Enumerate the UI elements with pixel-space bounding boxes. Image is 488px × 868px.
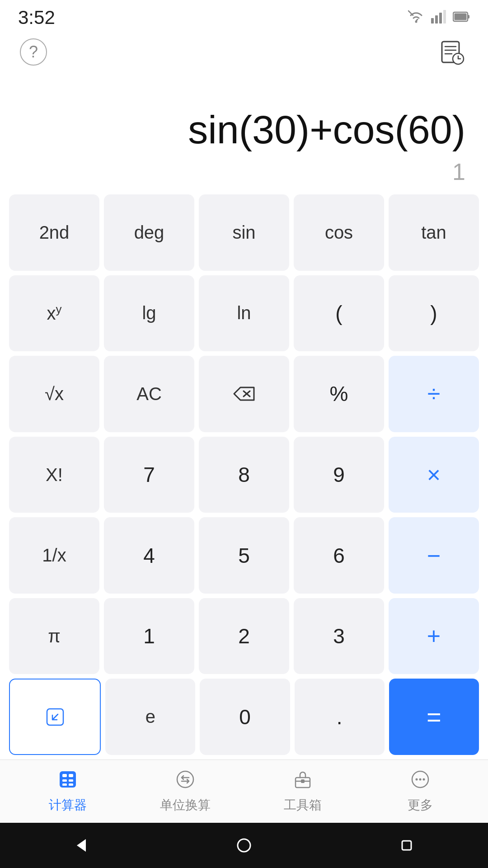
svg-point-32 <box>419 778 422 780</box>
key-row-2: xy lg ln ( ) <box>9 275 479 352</box>
euler-key[interactable]: e <box>105 679 195 755</box>
back-button[interactable] <box>68 832 95 859</box>
svg-point-0 <box>415 21 418 23</box>
two-key[interactable]: 2 <box>199 598 289 675</box>
home-button[interactable] <box>230 832 258 859</box>
percent-key[interactable]: % <box>294 356 384 432</box>
question-mark: ? <box>29 42 38 61</box>
svg-rect-3 <box>435 15 438 24</box>
sin-key[interactable]: sin <box>199 194 289 271</box>
result-display: 1 <box>452 158 465 185</box>
svg-rect-4 <box>439 13 442 24</box>
power-key[interactable]: xy <box>9 275 99 352</box>
multiply-key[interactable]: × <box>389 437 479 513</box>
nav-more-label: 更多 <box>408 797 433 814</box>
svg-rect-29 <box>301 779 305 783</box>
factorial-key[interactable]: X! <box>9 437 99 513</box>
svg-point-26 <box>177 771 193 788</box>
four-key[interactable]: 4 <box>104 517 194 594</box>
one-key[interactable]: 1 <box>104 598 194 675</box>
key-row-3: √x AC % ÷ <box>9 356 479 432</box>
ln-key[interactable]: ln <box>199 275 289 352</box>
svg-marker-34 <box>77 839 86 852</box>
key-row-6: π 1 2 3 + <box>9 598 479 675</box>
nav-toolbox[interactable]: 工具箱 <box>244 769 361 814</box>
add-key[interactable]: + <box>389 598 479 675</box>
svg-point-35 <box>238 839 250 852</box>
svg-rect-24 <box>62 783 67 786</box>
nav-convert[interactable]: 单位换算 <box>127 769 244 814</box>
expression-display: sin(30)+cos(60) <box>188 108 465 152</box>
more-nav-icon <box>410 769 430 794</box>
svg-rect-23 <box>69 779 73 782</box>
sqrt-key[interactable]: √x <box>9 356 99 432</box>
corner-key[interactable] <box>9 679 101 755</box>
nine-key[interactable]: 9 <box>294 437 384 513</box>
six-key[interactable]: 6 <box>294 517 384 594</box>
svg-rect-2 <box>431 18 434 24</box>
nav-convert-label: 单位换算 <box>160 797 211 814</box>
key-row-5: 1/x 4 5 6 − <box>9 517 479 594</box>
five-key[interactable]: 5 <box>199 517 289 594</box>
svg-rect-19 <box>60 771 76 788</box>
svg-rect-22 <box>62 779 67 782</box>
close-paren-key[interactable]: ) <box>389 275 479 352</box>
key-row-4: X! 7 8 9 × <box>9 437 479 513</box>
zero-key[interactable]: 0 <box>200 679 290 755</box>
corner-icon <box>45 707 65 727</box>
subtract-key[interactable]: − <box>389 517 479 594</box>
nav-more[interactable]: 更多 <box>361 769 479 814</box>
lg-key[interactable]: lg <box>104 275 194 352</box>
svg-point-33 <box>423 778 425 780</box>
divide-key[interactable]: ÷ <box>389 356 479 432</box>
svg-rect-36 <box>402 841 411 850</box>
system-nav-bar <box>0 823 488 868</box>
history-button[interactable] <box>436 36 468 68</box>
equals-key[interactable]: = <box>389 679 479 755</box>
nav-calculator[interactable]: 计算器 <box>9 769 127 814</box>
help-button[interactable]: ? <box>20 38 47 66</box>
seven-key[interactable]: 7 <box>104 437 194 513</box>
key-row-1: 2nd deg sin cos tan <box>9 194 479 271</box>
svg-rect-21 <box>69 774 73 777</box>
status-icons <box>408 10 470 25</box>
pi-key[interactable]: π <box>9 598 99 675</box>
status-bar: 3:52 <box>0 0 488 32</box>
key-row-7: e 0 . = <box>9 679 479 755</box>
open-paren-key[interactable]: ( <box>294 275 384 352</box>
backspace-icon <box>232 386 256 402</box>
backspace-key[interactable] <box>199 356 289 432</box>
keyboard: 2nd deg sin cos tan xy lg ln ( ) <box>0 190 488 760</box>
wifi-icon <box>408 10 425 25</box>
svg-rect-7 <box>468 15 469 19</box>
decimal-key[interactable]: . <box>295 679 385 755</box>
bottom-nav: 计算器 单位换算 工具箱 <box>0 760 488 823</box>
tan-key[interactable]: tan <box>389 194 479 271</box>
signal-icon <box>431 10 446 25</box>
convert-nav-icon <box>175 769 195 794</box>
battery-icon <box>453 11 470 24</box>
svg-point-31 <box>416 778 418 780</box>
display-area: sin(30)+cos(60) 1 <box>0 72 488 190</box>
calculator-nav-icon <box>58 769 78 794</box>
nav-toolbox-label: 工具箱 <box>284 797 322 814</box>
recents-button[interactable] <box>393 832 420 859</box>
cos-key[interactable]: cos <box>294 194 384 271</box>
svg-rect-25 <box>69 783 73 786</box>
ac-key[interactable]: AC <box>104 356 194 432</box>
top-bar: ? <box>0 32 488 72</box>
three-key[interactable]: 3 <box>294 598 384 675</box>
svg-rect-5 <box>443 10 446 24</box>
reciprocal-key[interactable]: 1/x <box>9 517 99 594</box>
toolbox-nav-icon <box>293 769 313 794</box>
svg-rect-8 <box>455 14 467 20</box>
status-time: 3:52 <box>18 7 55 28</box>
svg-rect-20 <box>62 774 67 777</box>
second-key[interactable]: 2nd <box>9 194 99 271</box>
nav-calculator-label: 计算器 <box>49 797 87 814</box>
deg-key[interactable]: deg <box>104 194 194 271</box>
eight-key[interactable]: 8 <box>199 437 289 513</box>
